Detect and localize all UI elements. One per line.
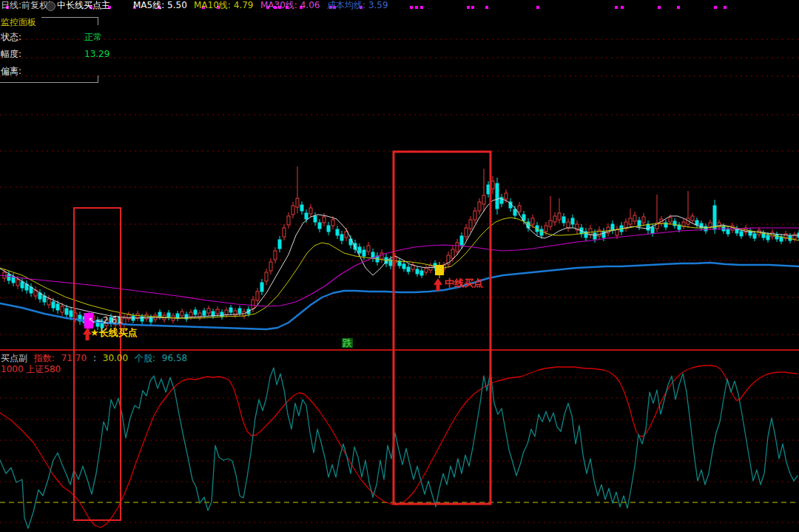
- candle-body: [465, 228, 468, 237]
- candle-body: [531, 218, 534, 224]
- candle-body: [753, 234, 756, 238]
- candle-body: [487, 185, 490, 194]
- candle-body: [220, 312, 223, 317]
- candle-body: [709, 223, 712, 227]
- highlight-box: [394, 152, 490, 504]
- candle-body: [123, 318, 126, 324]
- candle-body: [21, 282, 24, 288]
- candle-body: [407, 267, 410, 272]
- candle-body: [540, 229, 543, 235]
- period-label[interactable]: 日线:前复权): [1, 1, 52, 10]
- candle-body: [740, 232, 743, 236]
- ma5-legend: MA5线: 5.50: [133, 1, 187, 10]
- candle-body: [651, 227, 654, 233]
- monitor-row-status-value: 正常: [84, 33, 102, 42]
- signal-dot: [724, 6, 726, 9]
- candle-body: [331, 220, 334, 226]
- candle-body: [629, 218, 632, 224]
- cost-label: 成本均线:: [327, 0, 365, 10]
- candle-body: [518, 206, 521, 212]
- signal-dot: [415, 6, 418, 9]
- candle-body: [283, 228, 286, 237]
- star-icon: ★: [90, 327, 99, 338]
- candle-body: [127, 314, 130, 319]
- candle-body: [238, 309, 241, 313]
- candle-body: [141, 317, 144, 321]
- candle-body: [149, 317, 152, 322]
- candle-body: [456, 243, 459, 252]
- candle-body: [291, 206, 294, 215]
- candle-body: [181, 312, 183, 316]
- candle-body: [416, 269, 419, 274]
- signal-dot: [467, 6, 470, 9]
- candle-body: [12, 277, 15, 283]
- candle-body: [669, 218, 672, 222]
- candle-body: [47, 299, 50, 305]
- candle-body: [567, 222, 570, 228]
- sub-index-value: 71.70: [61, 353, 87, 363]
- candle-body: [695, 220, 698, 225]
- candle-body: [589, 229, 592, 235]
- candle-body: [553, 216, 556, 222]
- signal-dot: [471, 6, 474, 9]
- candle-body: [469, 220, 472, 229]
- indicator-status-icon[interactable]: [46, 1, 55, 11]
- candle-body: [309, 208, 312, 214]
- monitor-row-amplitude-value: 13.29: [84, 50, 109, 59]
- candle-body: [176, 314, 179, 318]
- candle-body: [367, 246, 370, 252]
- long-buy-text: 长线买点: [99, 327, 138, 338]
- candle-body: [558, 213, 561, 220]
- candle-body: [496, 183, 499, 209]
- candle-body: [305, 213, 308, 219]
- sub-indicator-header-line2: 1000 上证580: [1, 365, 61, 374]
- candle-body: [358, 247, 361, 253]
- candle-body: [260, 283, 263, 292]
- sub-threshold-value: 30.00: [103, 353, 128, 363]
- candle-body: [345, 232, 348, 238]
- main-chart-canvas[interactable]: [0, 0, 799, 532]
- candle-body: [287, 216, 290, 225]
- candle-body: [136, 314, 139, 318]
- candle-body: [460, 236, 463, 245]
- price-note-label: ↖=2.61: [88, 316, 123, 326]
- monitor-panel-title: 监控面板: [1, 18, 36, 27]
- sub-indicator-name[interactable]: 买点副: [1, 353, 27, 363]
- fall-tag-label: 跌: [342, 338, 353, 348]
- candle-body: [314, 216, 317, 222]
- candle-body: [545, 226, 547, 232]
- monitor-panel-border: [0, 82, 98, 83]
- signal-dot: [658, 6, 661, 9]
- candle-body: [207, 309, 210, 313]
- mid-buy-signal-candle: [435, 265, 444, 275]
- candle-body: [189, 312, 192, 317]
- candle-body: [167, 313, 170, 317]
- candle-body: [16, 280, 19, 286]
- ma10-value: 4.79: [234, 0, 254, 10]
- monitor-row-deviation-label: 偏离:: [1, 67, 21, 76]
- signal-dot: [410, 6, 413, 9]
- monitor-panel-border: [41, 17, 98, 18]
- candle-body: [771, 232, 774, 237]
- candle-body: [549, 220, 552, 226]
- candle-body: [203, 311, 206, 315]
- candle-body: [593, 233, 596, 239]
- cost-line-legend: 成本均线: 3.59: [327, 1, 388, 10]
- candle-body: [265, 272, 268, 281]
- candle-body: [145, 314, 148, 319]
- candle-body: [482, 195, 485, 204]
- candle-body: [194, 310, 197, 314]
- candle-body: [318, 223, 321, 229]
- candle-body: [363, 250, 365, 256]
- ma30-value: 4.06: [300, 0, 320, 10]
- ma10-legend: MA10线: 4.79: [194, 1, 253, 10]
- candle-body: [491, 181, 494, 189]
- candle-body: [336, 229, 339, 235]
- candle-body: [478, 202, 481, 211]
- indicator-name[interactable]: 中长线买点主: [57, 1, 110, 10]
- candle-body: [726, 229, 729, 234]
- signal-dot: [420, 6, 423, 9]
- candle-body: [624, 222, 627, 228]
- candle-body: [402, 264, 405, 269]
- candle-body: [505, 193, 508, 199]
